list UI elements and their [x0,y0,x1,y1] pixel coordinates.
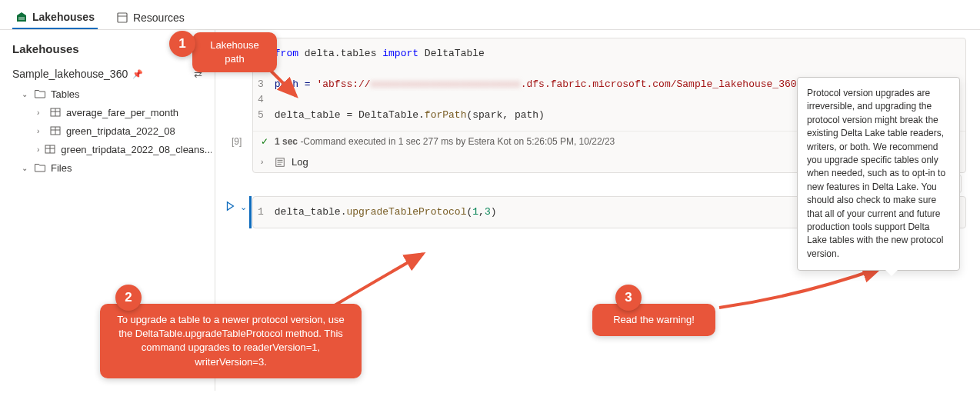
warning-tooltip: Protocol version upgrades are irreversib… [797,77,960,271]
run-cell-button[interactable] [225,201,235,214]
table-icon [44,143,56,155]
annotation-2: To upgrade a table to a newer protocol v… [100,304,362,378]
tree-label: Tables [51,88,80,100]
log-label: Log [292,156,308,168]
check-icon: ✓ [261,136,268,147]
chevron-right-icon: › [37,127,45,135]
chevron-right-icon: › [37,145,39,154]
tree-table-item[interactable]: › green_tripdata_2022_08_cleans... [9,140,212,158]
tab-label: Lakehouses [32,11,95,23]
lakehouse-icon [15,11,28,23]
tree-item-label: green_tripdata_2022_08_cleans... [61,144,212,155]
tab-label: Resources [133,12,185,24]
lakehouse-name-text: Sample_lakehouse_360 [12,68,128,80]
tooltip-text: Protocol version upgrades are irreversib… [807,88,945,259]
chevron-down-icon: ⌄ [22,90,29,98]
annotation-badge-3: 3 [615,285,642,311]
table-icon [49,125,62,137]
folder-icon [34,162,46,174]
annotation-badge-1: 1 [169,31,195,57]
exec-count: [9] [232,136,242,147]
annotation-3: Read the warning! [592,304,715,336]
tree: ⌄ Tables › average_fare_per_month › gree… [3,85,212,177]
tree-tables[interactable]: ⌄ Tables [9,85,212,103]
chevron-down-icon: ⌄ [22,164,29,172]
chevron-right-icon: › [37,108,45,117]
tree-table-item[interactable]: › average_fare_per_month [9,103,212,122]
chevron-right-icon: › [261,158,268,166]
tab-resources[interactable]: Resources [113,7,188,28]
tree-label: Files [51,162,72,174]
tab-lakehouses[interactable]: Lakehouses [12,6,98,29]
folder-icon [34,88,46,100]
svg-rect-0 [118,13,127,22]
lakehouse-selector[interactable]: Sample_lakehouse_360 📌 ⇄ [3,63,212,85]
table-icon [49,106,62,118]
annotation-badge-2: 2 [115,285,142,311]
tree-item-label: green_tripdata_2022_08 [66,125,175,137]
top-tabs: Lakehouses Resources [0,0,980,30]
resources-icon [116,12,128,24]
tree-item-label: average_fare_per_month [66,107,178,118]
log-icon [275,157,285,168]
line-gutter: 1 [258,205,275,220]
cell-run-toolbar: ⌄ [225,201,247,214]
annotation-1: Lakehouse path [192,32,277,72]
chevron-down-icon[interactable]: ⌄ [240,202,247,212]
active-cell-indicator [249,196,252,228]
tree-files[interactable]: ⌄ Files [9,158,212,177]
pin-icon[interactable]: 📌 [132,69,143,79]
tree-table-item[interactable]: › green_tripdata_2022_08 [9,122,212,140]
